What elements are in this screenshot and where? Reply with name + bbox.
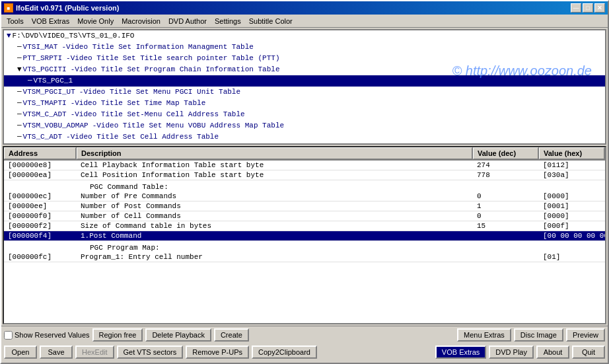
cell-desc: Number of Post Commands	[77, 201, 473, 211]
title-bar: ■ IfoEdit v0.971 (Public version) — □ ✕	[1, 1, 608, 15]
close-button[interactable]: ✕	[594, 3, 605, 13]
table-row[interactable]: [000000fc] Program_1: Entry cell number …	[4, 252, 605, 262]
tree-item-ptt-srpti[interactable]: ─ PTT_SRPTI -Video Title Set Title searc…	[4, 53, 605, 64]
cell-val-hex: [00 00 00 00 00 00 00 00 ]	[539, 231, 605, 240]
minimize-button[interactable]: —	[571, 3, 581, 13]
open-button[interactable]: Open	[4, 346, 37, 359]
vob-extras-button[interactable]: VOB Extras	[435, 346, 486, 359]
cell-address: [000000e8]	[4, 161, 77, 170]
cell-desc: Cell Position Information Table start by…	[77, 170, 473, 180]
tree-tmapti-desc: -Video Title Set Time Map Table	[71, 98, 206, 108]
cell-val-dec: 15	[473, 221, 539, 231]
cell-val-hex: [0000]	[539, 192, 605, 201]
cell-desc: Number of Pre Commands	[77, 192, 473, 201]
col-description: Description	[77, 147, 473, 159]
tree-vts-c-adt-desc: -Video Title Set Cell Address Table	[66, 132, 219, 142]
tree-item-vtsm-vobu-admap[interactable]: ─ VTSM_VOBU_ADMAP -Video Title Set Menu …	[4, 120, 605, 131]
about-button[interactable]: About	[536, 346, 569, 359]
cell-address: [000000f4]	[4, 231, 77, 240]
menu-tools[interactable]: Tools	[3, 16, 28, 26]
tree-c-adt-desc: -Video Title Set-Menu Cell Address Table	[71, 110, 245, 120]
table-row[interactable]: [000000f2] Size of Command table in byte…	[4, 221, 605, 231]
tree-c-adt-label: VTSM_C_ADT	[23, 110, 67, 120]
tree-vtsi-mat-label: VTSI_MAT	[23, 42, 58, 52]
tree-vtsi-mat-desc: -Video Title Set Information Managment T…	[61, 42, 253, 52]
tree-item-vts-c-adt[interactable]: ─ VTS_C_ADT -Video Title Set Cell Addres…	[4, 131, 605, 143]
tree-vobu-admap-label: VTSM_VOBU_ADMAP	[23, 121, 89, 131]
cell-val-dec: 274	[473, 161, 539, 170]
cell-val-dec	[473, 252, 539, 262]
menu-settings[interactable]: Settings	[211, 16, 245, 26]
menu-extras-button[interactable]: Menu Extras	[457, 328, 511, 342]
tree-pgci-ut-desc: -Video Title Set Menu PGCI Unit Table	[79, 87, 240, 97]
table-panel[interactable]: Address Description Value (dec) Value (h…	[3, 146, 606, 324]
remove-pups-button[interactable]: Remove P-UPs	[186, 346, 249, 359]
tree-item-vtsi-mat[interactable]: ─ VTSI_MAT -Video Title Set Information …	[4, 42, 605, 53]
cell-val-hex: [0001]	[539, 201, 605, 211]
preview-button[interactable]: Preview	[566, 328, 605, 342]
cell-val-hex: [000f]	[539, 221, 605, 231]
delete-playback-button[interactable]: Delete Playback	[145, 328, 211, 342]
tree-item-vtsm-pgci-ut[interactable]: ─ VTSM_PGCI_UT -Video Title Set Menu PGC…	[4, 87, 605, 98]
app-icon: ■	[4, 3, 13, 13]
cell-desc: Cell Playback Information Table start by…	[77, 161, 473, 170]
watermark: © http://www.oozoon.de	[452, 63, 592, 79]
menu-dvd-author[interactable]: DVD Author	[164, 16, 211, 26]
table-row[interactable]: [000000e8] Cell Playback Information Tab…	[4, 161, 605, 170]
cell-address: [000000f2]	[4, 221, 77, 231]
quit-button[interactable]: Quit	[572, 346, 605, 359]
cell-desc: Program_1: Entry cell number	[77, 252, 473, 262]
hexedit-button[interactable]: HexEdit	[75, 346, 114, 359]
tree-pgci-ut-label: VTSM_PGCI_UT	[23, 87, 75, 97]
cell-address: [00000ee]	[4, 201, 77, 211]
show-reserved-checkbox[interactable]	[4, 331, 13, 340]
copy2clipboard-button[interactable]: Copy2Clipboard	[252, 346, 317, 359]
cell-val-dec: 1	[473, 201, 539, 211]
tree-item-vts-tmapti[interactable]: ─ VTS_TMAPTI -Video Title Set Time Map T…	[4, 98, 605, 109]
table-row[interactable]: [000000ec] Number of Pre Commands 0 [000…	[4, 192, 605, 201]
show-reserved-checkbox-label[interactable]: Show Reserved Values	[4, 331, 90, 340]
table-row[interactable]: [000000f0] Number of Cell Commands 0 [00…	[4, 211, 605, 221]
section-pgc-command-table: PGC Command Table:	[4, 180, 605, 192]
show-reserved-label: Show Reserved Values	[15, 331, 90, 339]
btn-row-2: Open Save HexEdit Get VTS sectors Remove…	[1, 344, 608, 361]
col-value-dec: Value (dec)	[473, 147, 539, 159]
menu-vob-extras[interactable]: VOB Extras	[28, 16, 73, 26]
table-header: Address Description Value (dec) Value (h…	[4, 147, 605, 161]
section-pgc-program-map: PGC Program Map:	[4, 241, 605, 252]
menu-macrovision[interactable]: Macrovision	[118, 16, 164, 26]
dvd-play-button[interactable]: DVD Play	[489, 346, 534, 359]
cell-val-hex: [0112]	[539, 161, 605, 170]
tree-vts-c-adt-label: VTS_C_ADT	[23, 132, 62, 142]
cell-address: [000000ec]	[4, 192, 77, 201]
menu-bar: Tools VOB Extras Movie Only Macrovision …	[1, 15, 608, 28]
tree-pgciti-label: VTS_PGCITI	[23, 65, 67, 75]
tree-tmapti-label: VTS_TMAPTI	[23, 98, 67, 108]
cell-val-dec: 0	[473, 211, 539, 221]
region-free-button[interactable]: Region free	[92, 328, 143, 342]
cell-val-dec	[473, 231, 539, 240]
get-vts-button[interactable]: Get VTS sectors	[117, 346, 184, 359]
tree-pgc1-label: VTS_PGC_1	[34, 76, 73, 86]
menu-subtitle-color[interactable]: Subtitle Color	[245, 16, 297, 26]
table-row[interactable]: [00000ee] Number of Post Commands 1 [000…	[4, 201, 605, 211]
cell-desc: Size of Command table in bytes	[77, 221, 473, 231]
table-row-selected[interactable]: [000000f4] 1.Post Command [00 00 00 00 0…	[4, 231, 605, 241]
cell-val-dec: 0	[473, 192, 539, 201]
disc-image-button[interactable]: Disc Image	[514, 328, 563, 342]
tree-item-root[interactable]: ▼ F:\DVD\VIDEO_TS\VTS_01_0.IFO	[4, 30, 605, 42]
tree-item-vtsm-c-adt[interactable]: ─ VTSM_C_ADT -Video Title Set-Menu Cell …	[4, 109, 605, 120]
cell-address: [000000ea]	[4, 170, 77, 180]
cell-address: [000000f0]	[4, 211, 77, 221]
window-controls: — □ ✕	[571, 3, 605, 13]
menu-movie-only[interactable]: Movie Only	[73, 16, 118, 26]
cell-val-dec: 778	[473, 170, 539, 180]
tree-root-label: F:\DVD\VIDEO_TS\VTS_01_0.IFO	[13, 31, 135, 41]
tree-panel[interactable]: ▼ F:\DVD\VIDEO_TS\VTS_01_0.IFO ─ VTSI_MA…	[3, 29, 606, 145]
save-button[interactable]: Save	[40, 346, 73, 359]
bottom-bar: Show Reserved Values Region free Delete …	[1, 326, 608, 363]
cell-desc: 1.Post Command	[77, 231, 473, 240]
table-row[interactable]: [000000ea] Cell Position Information Tab…	[4, 170, 605, 180]
maximize-button[interactable]: □	[583, 3, 593, 13]
create-button[interactable]: Create	[214, 328, 249, 342]
